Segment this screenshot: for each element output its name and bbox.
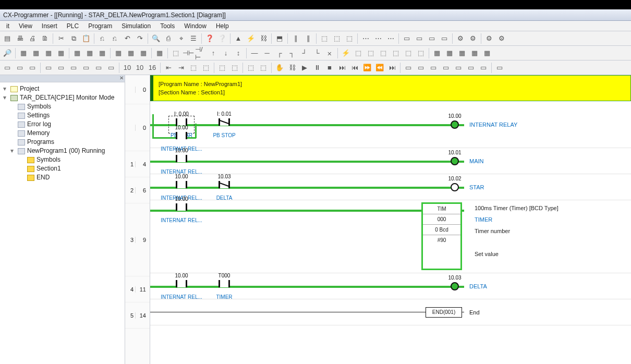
toolbar-button[interactable]: ┘ bbox=[298, 47, 311, 59]
toolbar-button[interactable]: ▭ bbox=[438, 32, 451, 45]
gutter-rung-5[interactable]: 514 bbox=[125, 302, 150, 329]
toolbar-button[interactable]: ⎌ bbox=[96, 32, 108, 45]
toolbar-button[interactable]: ⬚ bbox=[390, 47, 402, 59]
close-icon[interactable]: ✕ bbox=[119, 75, 124, 81]
toolbar-button[interactable]: ▦ bbox=[83, 47, 96, 59]
tree-item-memory[interactable]: Memory bbox=[1, 129, 124, 138]
toolbar-button[interactable]: 🔍 bbox=[150, 32, 162, 45]
toolbar-button[interactable]: ▤ bbox=[1, 32, 14, 45]
contact-internat-rel-[interactable]: 10.00INTERNAT REL... bbox=[171, 155, 192, 167]
contact-internat-rel-[interactable]: 10.00INTERNAT REL... bbox=[171, 181, 192, 193]
toolbar-button[interactable]: ▦ bbox=[468, 47, 481, 59]
toolbar-button[interactable]: ❓ bbox=[203, 32, 216, 45]
tree-item-settings[interactable]: Settings bbox=[1, 111, 124, 120]
toolbar-button[interactable]: ⬚ bbox=[187, 62, 200, 74]
menu-simulation[interactable]: Simulation bbox=[117, 21, 155, 31]
toolbar-button[interactable]: ⛓ bbox=[257, 32, 270, 45]
toolbar-button[interactable]: 🖶 bbox=[14, 32, 26, 45]
menu-tools[interactable]: Tools bbox=[156, 21, 179, 31]
tree-item-section1[interactable]: Section1 bbox=[1, 164, 124, 173]
toolbar-button[interactable]: ▦ bbox=[17, 47, 30, 59]
toolbar-button[interactable]: ⬚ bbox=[228, 62, 241, 74]
toolbar-button[interactable]: ⨉ bbox=[323, 47, 336, 59]
toolbar-button[interactable]: ▦ bbox=[42, 47, 55, 59]
tree-program-node[interactable]: ▾ NewProgram1 (00) Running bbox=[1, 147, 124, 155]
toolbar-button[interactable]: ⚙ bbox=[454, 32, 467, 45]
toolbar-button[interactable]: 🔎 bbox=[1, 47, 14, 59]
toolbar-button[interactable]: ▦ bbox=[481, 47, 493, 59]
coil-10-03[interactable]: 10.03 bbox=[451, 282, 459, 290]
toolbar-button[interactable]: ▭ bbox=[14, 62, 26, 74]
toolbar-button[interactable]: ⬚ bbox=[331, 32, 343, 45]
toolbar-button[interactable]: ⋯ bbox=[372, 32, 384, 45]
toolbar-button[interactable]: ✋ bbox=[273, 62, 286, 74]
contact-internat-rel-[interactable]: 10.00INTERNAT REL... bbox=[171, 280, 192, 293]
contact-internat-rel-[interactable]: 10.00INTERNAT REL... bbox=[171, 203, 192, 216]
toolbar-button[interactable]: ⎙ bbox=[162, 32, 175, 45]
toolbar-button[interactable]: ▦ bbox=[456, 47, 468, 59]
toolbar-button[interactable]: ▦ bbox=[125, 47, 137, 59]
toolbar-button[interactable]: ▭ bbox=[477, 62, 490, 74]
toolbar-button[interactable]: ⋯ bbox=[359, 32, 372, 45]
toolbar-button[interactable]: ■ bbox=[323, 62, 336, 74]
toolbar-button[interactable]: ⌖ bbox=[175, 32, 187, 45]
toolbar-button[interactable]: ⬚ bbox=[343, 32, 356, 45]
ladder-diagram[interactable]: [Program Name : NewProgram1] [Section Na… bbox=[150, 75, 631, 364]
toolbar-button[interactable]: ⬚ bbox=[245, 62, 257, 74]
coil-10-02[interactable]: 10.02 bbox=[451, 183, 459, 191]
toolbar-button[interactable]: ⚙ bbox=[467, 32, 479, 45]
toolbar-button[interactable]: — bbox=[248, 47, 261, 59]
toolbar-button[interactable]: ↑ bbox=[207, 47, 220, 59]
toolbar-button[interactable]: ▭ bbox=[426, 32, 438, 45]
tree-item-programs[interactable]: Programs bbox=[1, 138, 124, 147]
toolbar-button[interactable]: ⬚ bbox=[257, 62, 270, 74]
toolbar-button[interactable]: 🖨 bbox=[26, 32, 39, 45]
rung-4[interactable]: 10.00INTERNAT REL...T000TIMER10.03DELTA bbox=[150, 273, 631, 299]
menu-program[interactable]: Program bbox=[84, 21, 116, 31]
toolbar-button[interactable]: ▭ bbox=[55, 62, 67, 74]
toolbar-button[interactable]: ⊣⊢ bbox=[182, 47, 195, 59]
contact-delta[interactable]: 10.03DELTA bbox=[214, 181, 235, 193]
toolbar-button[interactable]: ▭ bbox=[401, 32, 413, 45]
toolbar-button[interactable]: ⏭ bbox=[386, 62, 398, 74]
toolbar-button[interactable]: ▭ bbox=[80, 62, 92, 74]
rung-2[interactable]: 10.00INTERNAT REL...10.03DELTA10.02STAR bbox=[150, 174, 631, 200]
toolbar-button[interactable]: ⊣/⊢ bbox=[195, 47, 207, 59]
toolbar-button[interactable]: ∥ bbox=[289, 32, 302, 45]
coil-10-01[interactable]: 10.01 bbox=[451, 157, 459, 165]
toolbar-button[interactable]: ⬚ bbox=[365, 47, 377, 59]
tree-item-error-log[interactable]: Error log bbox=[1, 120, 124, 129]
toolbar-button[interactable]: ⇤ bbox=[162, 62, 175, 74]
gutter-rung-1[interactable]: 14 bbox=[125, 151, 150, 177]
toolbar-button[interactable]: ⧉ bbox=[67, 32, 80, 45]
toolbar-button[interactable]: ⋯ bbox=[384, 32, 397, 45]
rung-1[interactable]: 10.00INTERNAT REL...10.01MAIN bbox=[150, 148, 631, 174]
toolbar-button[interactable]: ▭ bbox=[452, 62, 465, 74]
toolbar-button[interactable]: ⬚ bbox=[216, 62, 228, 74]
toolbar-button[interactable]: ▭ bbox=[413, 32, 426, 45]
function-block-tim[interactable]: TIM0000 Bcd#90 bbox=[421, 202, 462, 270]
toolbar-button[interactable]: ▭ bbox=[465, 62, 477, 74]
toolbar-button[interactable]: ⬚ bbox=[402, 47, 415, 59]
gutter-rung-4[interactable]: 411 bbox=[125, 276, 150, 302]
coil-10-00[interactable]: 10.00 bbox=[451, 120, 459, 129]
toolbar-button[interactable]: ▦ bbox=[30, 47, 42, 59]
toolbar-button[interactable]: ⇥ bbox=[175, 62, 187, 74]
toolbar-button[interactable]: ⏮ bbox=[348, 62, 361, 74]
function-block-end[interactable]: END(001) bbox=[426, 307, 462, 318]
toolbar-button[interactable]: ▭ bbox=[427, 62, 440, 74]
toolbar-button[interactable]: ┐ bbox=[286, 47, 298, 59]
toolbar-button[interactable]: ⬒ bbox=[273, 32, 286, 45]
toolbar-button[interactable]: ⛓ bbox=[286, 62, 298, 74]
toolbar-button[interactable]: ▭ bbox=[26, 62, 39, 74]
toolbar-button[interactable]: 📋 bbox=[80, 32, 92, 45]
toolbar-button[interactable]: ▭ bbox=[493, 62, 506, 74]
tree-item-end[interactable]: END bbox=[1, 173, 124, 182]
toolbar-button[interactable]: ⏸ bbox=[311, 62, 323, 74]
toolbar-button[interactable]: ↶ bbox=[121, 32, 134, 45]
toolbar-button[interactable]: ▦ bbox=[431, 47, 443, 59]
gutter-rung-3[interactable]: 39 bbox=[125, 203, 150, 276]
toolbar-button[interactable]: ⏭ bbox=[336, 62, 348, 74]
toolbar-button[interactable]: ↷ bbox=[134, 32, 146, 45]
toolbar-button[interactable]: ▭ bbox=[92, 62, 105, 74]
